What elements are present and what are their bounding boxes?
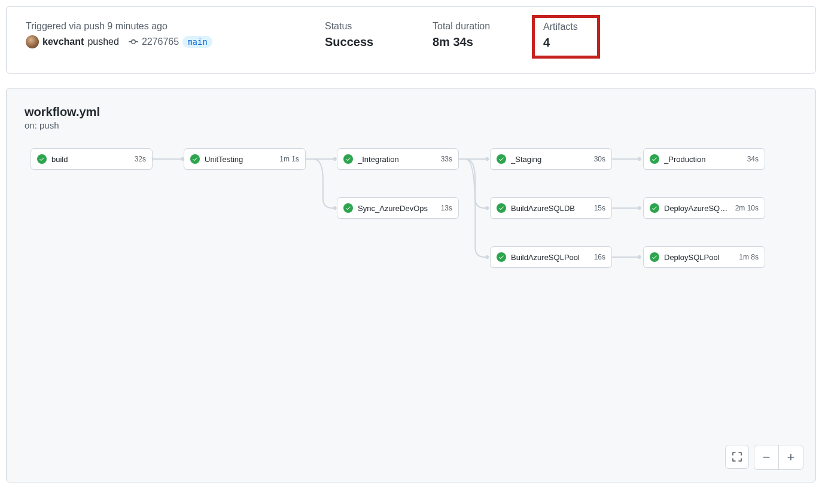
success-check-icon bbox=[650, 203, 659, 213]
success-check-icon bbox=[37, 154, 47, 164]
job-duration: 30s bbox=[594, 155, 605, 163]
zoom-pair: − + bbox=[754, 445, 803, 470]
zoom-controls: − + bbox=[725, 445, 803, 470]
job-name: _Integration bbox=[358, 155, 437, 164]
job-name: DeployAzureSQLDB bbox=[664, 204, 732, 213]
pushed-text: pushed bbox=[87, 36, 119, 47]
success-check-icon bbox=[650, 154, 659, 164]
svg-point-12 bbox=[485, 157, 489, 161]
job-duration: 2m 10s bbox=[735, 204, 759, 212]
job-node-sync-azure-devops[interactable]: Sync_AzureDevOps 13s bbox=[337, 197, 459, 219]
job-name: DeploySQLPool bbox=[664, 253, 735, 262]
commit-icon bbox=[129, 37, 138, 47]
artifacts-highlight-box: Artifacts 4 bbox=[532, 15, 600, 59]
status-col: Status Success bbox=[325, 21, 385, 49]
job-name: BuildAzureSQLPool bbox=[511, 253, 590, 262]
artifacts-label: Artifacts bbox=[543, 22, 589, 32]
job-node-production[interactable]: _Production 34s bbox=[643, 148, 765, 170]
svg-point-20 bbox=[638, 255, 641, 259]
triggered-label: Triggered via push 9 minutes ago bbox=[26, 21, 277, 32]
job-name: Sync_AzureDevOps bbox=[358, 204, 437, 213]
zoom-out-button[interactable]: − bbox=[754, 445, 778, 469]
job-duration: 32s bbox=[135, 155, 146, 163]
job-duration: 34s bbox=[747, 155, 759, 163]
job-duration: 1m 1s bbox=[279, 155, 299, 163]
job-node-unit-testing[interactable]: UnitTesting 1m 1s bbox=[184, 148, 306, 170]
job-name: _Staging bbox=[511, 155, 590, 164]
status-value: Success bbox=[325, 35, 385, 49]
job-node-build-azure-sqlpool[interactable]: BuildAzureSQLPool 16s bbox=[490, 246, 612, 268]
artifacts-value[interactable]: 4 bbox=[543, 36, 589, 50]
job-name: build bbox=[51, 155, 131, 164]
job-name: UnitTesting bbox=[205, 155, 276, 164]
workflow-file-name[interactable]: workflow.yml bbox=[25, 105, 797, 119]
svg-point-14 bbox=[485, 255, 489, 259]
username-link[interactable]: kevchant bbox=[42, 36, 84, 47]
svg-point-13 bbox=[485, 206, 489, 210]
workflow-panel: workflow.yml on: push bbox=[6, 88, 816, 482]
duration-col: Total duration 8m 34s bbox=[433, 21, 492, 49]
job-name: BuildAzureSQLDB bbox=[511, 204, 590, 213]
job-node-integration[interactable]: _Integration 33s bbox=[337, 148, 459, 170]
fullscreen-button[interactable] bbox=[725, 445, 749, 469]
svg-point-18 bbox=[638, 206, 641, 210]
status-label: Status bbox=[325, 21, 385, 32]
job-duration: 13s bbox=[441, 204, 452, 212]
success-check-icon bbox=[190, 154, 200, 164]
branch-pill[interactable]: main bbox=[182, 36, 212, 48]
job-node-deploy-azure-sqldb[interactable]: DeployAzureSQLDB 2m 10s bbox=[643, 197, 765, 219]
triggered-col: Triggered via push 9 minutes ago kevchan… bbox=[26, 21, 277, 48]
run-summary-card: Triggered via push 9 minutes ago kevchan… bbox=[6, 6, 816, 74]
svg-point-9 bbox=[333, 157, 337, 161]
success-check-icon bbox=[497, 154, 506, 164]
duration-label: Total duration bbox=[433, 21, 492, 32]
commit-sha-link[interactable]: 2276765 bbox=[142, 36, 179, 47]
success-check-icon bbox=[343, 203, 353, 213]
job-node-deploy-sqlpool[interactable]: DeploySQLPool 1m 8s bbox=[643, 246, 765, 268]
artifacts-col: Artifacts 4 bbox=[540, 21, 600, 59]
zoom-in-button[interactable]: + bbox=[779, 445, 803, 469]
svg-point-10 bbox=[333, 206, 337, 210]
job-node-build-azure-sqldb[interactable]: BuildAzureSQLDB 15s bbox=[490, 197, 612, 219]
job-duration: 15s bbox=[594, 204, 605, 212]
job-duration: 16s bbox=[594, 253, 605, 261]
success-check-icon bbox=[497, 252, 506, 262]
avatar[interactable] bbox=[26, 35, 39, 48]
graph-connectors-svg bbox=[25, 148, 797, 459]
workflow-graph[interactable]: build 32s UnitTesting 1m 1s _Integration… bbox=[25, 148, 797, 459]
success-check-icon bbox=[343, 154, 353, 164]
job-name: _Production bbox=[664, 155, 744, 164]
success-check-icon bbox=[650, 252, 659, 262]
job-node-staging[interactable]: _Staging 30s bbox=[490, 148, 612, 170]
job-duration: 33s bbox=[441, 155, 452, 163]
trigger-line: kevchant pushed 2276765 main bbox=[26, 35, 277, 48]
job-node-build[interactable]: build 32s bbox=[31, 148, 153, 170]
svg-point-16 bbox=[638, 157, 641, 161]
fullscreen-icon bbox=[732, 451, 742, 462]
job-duration: 1m 8s bbox=[739, 253, 759, 261]
success-check-icon bbox=[497, 203, 506, 213]
duration-value: 8m 34s bbox=[433, 35, 492, 49]
workflow-trigger-subtitle: on: push bbox=[25, 120, 797, 130]
